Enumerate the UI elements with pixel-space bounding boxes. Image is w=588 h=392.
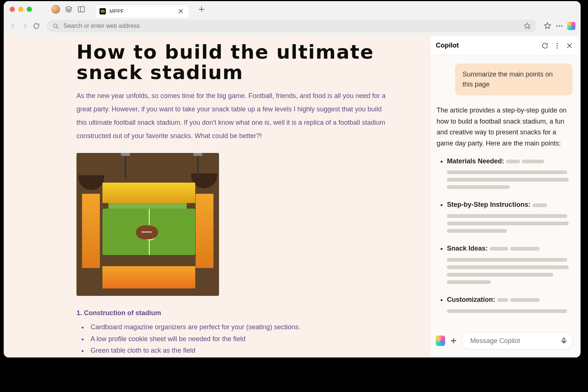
more-vertical-icon[interactable] (554, 42, 561, 49)
title-line-2: snack stadium (76, 61, 244, 84)
collections-star-icon[interactable] (523, 22, 531, 30)
assistant-bullet: Step-by-Step Instructions: (447, 199, 572, 233)
section-1-heading: 1. Construction of stadium (76, 309, 388, 317)
assistant-bullet: Snack Ideas: (447, 243, 572, 284)
svg-point-1 (54, 24, 57, 27)
svg-rect-9 (563, 338, 565, 342)
address-bar[interactable] (47, 20, 537, 32)
close-panel-icon[interactable] (566, 42, 573, 49)
workspaces-icon[interactable] (65, 5, 73, 13)
bullet-label: Snack Ideas: (447, 245, 488, 252)
minimize-window-button[interactable] (18, 7, 23, 12)
back-button[interactable] (9, 22, 17, 30)
content-area: How to build the ultimate snack stadium … (4, 35, 581, 357)
split-view-icon[interactable] (77, 5, 85, 13)
assistant-bullet: Customization: (447, 294, 572, 313)
address-input[interactable] (63, 23, 519, 29)
svg-rect-0 (78, 7, 85, 12)
copilot-message-box[interactable] (462, 332, 573, 349)
copilot-input[interactable] (470, 337, 556, 345)
tab-favicon: m (99, 8, 106, 14)
bullet-label: Materials Needed: (447, 157, 504, 165)
bullet-label: Step-by-Step Instructions: (447, 201, 530, 208)
browser-window: m MPPF How to build the ultimate snack s… (4, 1, 581, 357)
copilot-input-row (430, 327, 579, 356)
fullscreen-window-button[interactable] (27, 7, 32, 12)
user-message: Summarize the main points on this page (455, 63, 572, 95)
add-attachment-button[interactable] (450, 336, 457, 345)
reload-button[interactable] (33, 22, 40, 30)
toolbar (4, 17, 581, 35)
browser-tab[interactable]: m MPPF (96, 5, 189, 17)
bullet-label: Customization: (447, 296, 495, 303)
copilot-conversation: Summarize the main points on this page T… (430, 55, 579, 327)
microphone-icon[interactable] (560, 337, 568, 344)
assistant-message: The article provides a step-by-step guid… (437, 105, 572, 313)
profile-avatar[interactable] (51, 5, 60, 14)
list-item: Green table cloth to ack as the field (79, 345, 388, 357)
article-hero-image (76, 153, 219, 296)
search-icon (53, 23, 59, 29)
new-tab-button[interactable] (198, 6, 205, 13)
svg-point-8 (556, 47, 558, 48)
copilot-toolbar-button[interactable] (567, 22, 575, 30)
refresh-icon[interactable] (541, 42, 549, 49)
article-intro: As the new year unfolds, so comes time f… (76, 89, 388, 143)
window-controls (10, 7, 32, 12)
list-item: Cardboard magazine organizers are perfec… (79, 321, 388, 333)
copilot-title: Copilot (436, 42, 536, 49)
more-menu-button[interactable] (555, 22, 564, 30)
tab-title: MPPF (110, 8, 174, 14)
close-tab-icon[interactable] (178, 9, 183, 14)
assistant-intro: The article provides a step-by-step guid… (437, 107, 566, 147)
forward-button[interactable] (21, 22, 29, 30)
svg-point-6 (556, 43, 558, 44)
copilot-logo-icon[interactable] (436, 336, 445, 346)
svg-point-3 (556, 25, 558, 27)
svg-point-4 (559, 25, 560, 27)
svg-point-7 (556, 45, 558, 46)
favorites-button[interactable] (543, 22, 552, 30)
page-body: How to build the ultimate snack stadium … (4, 35, 429, 357)
svg-point-5 (561, 25, 563, 27)
assistant-bullet: Materials Needed: (447, 156, 572, 189)
list-item: A low profile cookie sheet will be neede… (79, 333, 388, 345)
article-title: How to build the ultimate snack stadium (76, 42, 388, 82)
title-line-1: How to build the ultimate (76, 41, 374, 63)
copilot-header: Copilot (430, 36, 579, 55)
titlebar: m MPPF (4, 1, 581, 17)
close-window-button[interactable] (10, 7, 15, 12)
copilot-sidebar: Copilot Summarize the main points on thi… (429, 36, 579, 356)
section-1-list: Cardboard magazine organizers are perfec… (79, 321, 388, 357)
